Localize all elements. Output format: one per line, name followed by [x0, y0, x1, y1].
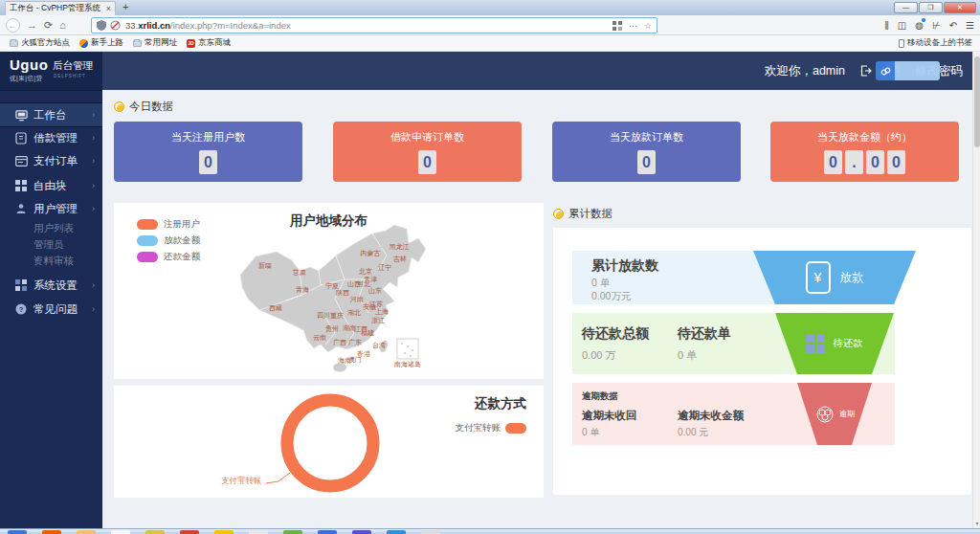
stat-card-disbursed-amount[interactable]: 当天放款金额（约） 0 . 0 0	[770, 122, 959, 182]
new-tab-button[interactable]: +	[122, 1, 128, 12]
province-label[interactable]: 陕西	[336, 288, 349, 298]
library-icon[interactable]: ⫼	[884, 20, 889, 32]
funnel-stage-disbursed[interactable]: ¥ 放款	[753, 251, 916, 304]
account-icon[interactable]: ◍	[915, 20, 924, 31]
province-label[interactable]: 内蒙古	[361, 249, 381, 258]
province-label[interactable]: 安徽	[363, 302, 376, 312]
province-label[interactable]: 福建	[361, 328, 374, 338]
bookmark-item[interactable]: 常用网址	[133, 37, 177, 49]
sidebar-item-payment-orders[interactable]: 支付订单 ›	[0, 148, 102, 173]
sidebar-item-label: 支付订单	[33, 154, 78, 168]
section-cumulative: 累计数据	[553, 207, 612, 221]
undo-closed-tab-icon[interactable]: ↶	[949, 20, 957, 31]
menu-icon[interactable]: ☰	[966, 20, 974, 31]
province-label[interactable]: 贵州	[325, 324, 339, 334]
shield-icon[interactable]	[97, 20, 106, 31]
taskbar-app-icon[interactable]	[42, 530, 61, 534]
tab-close-icon[interactable]: ×	[106, 4, 111, 13]
province-label[interactable]: 辽宁	[378, 263, 391, 273]
extension-tooltip-overlay[interactable]	[876, 61, 940, 80]
sidebar-item-loans[interactable]: 借款管理 ›	[0, 125, 102, 150]
minimize-button[interactable]: —	[894, 2, 918, 13]
province-label[interactable]: 台湾	[372, 341, 386, 350]
reload-button[interactable]: ⟳	[44, 19, 53, 32]
province-label[interactable]: 浙江	[371, 316, 385, 325]
taskbar-app-icon[interactable]	[111, 530, 130, 534]
stat-card-title: 当天注册用户数	[114, 130, 302, 145]
subitem-label: 管理员	[33, 238, 64, 252]
row-value: 0.00 万	[582, 348, 615, 363]
taskbar-app-icon[interactable]	[77, 530, 96, 534]
bookmark-item[interactable]: 火狐官方站点	[10, 37, 70, 49]
province-label[interactable]: 重庆	[330, 311, 344, 321]
province-label[interactable]: 青海	[296, 285, 309, 295]
taskbar-app-icon[interactable]	[145, 530, 165, 534]
taskbar-app-icon[interactable]	[249, 530, 268, 534]
province-label[interactable]: 广东	[348, 338, 362, 347]
flip-counter: 0 . 0 0	[770, 150, 959, 174]
stat-card-registered-users[interactable]: 当天注册用户数 0	[114, 122, 302, 182]
sidebar-item-user-management[interactable]: 用户管理 ›	[0, 196, 102, 221]
yuan-symbol: ¥	[814, 270, 822, 285]
close-button[interactable]: ✕	[944, 2, 976, 13]
home-button[interactable]: ⌂	[59, 19, 66, 31]
sidebar-subitem-profile-review[interactable]: 资料审核	[33, 253, 102, 269]
sidebar-toggle-icon[interactable]: ◫	[898, 20, 906, 31]
stat-card-loan-applications[interactable]: 借款申请订单数 0	[333, 122, 522, 182]
province-label[interactable]: 西藏	[269, 303, 282, 313]
china-map[interactable]	[114, 203, 544, 379]
bookmark-label: 新手上路	[91, 37, 123, 49]
back-button[interactable]: ←	[6, 18, 20, 33]
taskbar-app-icon[interactable]	[214, 530, 234, 534]
province-label[interactable]: 河南	[350, 295, 364, 304]
province-label[interactable]: 黑龙江	[390, 242, 410, 252]
taskbar-app-icon[interactable]	[421, 530, 440, 534]
sidebar-subitem-user-list[interactable]: 用户列表	[33, 220, 102, 236]
page-scrollbar[interactable]: ▾	[972, 52, 980, 528]
label-connector-line	[265, 470, 294, 485]
repayment-legend[interactable]: 支付宝转账	[456, 422, 527, 434]
row-value: 0 单	[582, 426, 599, 439]
province-label[interactable]: 新疆	[258, 261, 272, 271]
screenshot-tool-icon[interactable]: ⊬	[932, 20, 941, 31]
mobile-bookmarks[interactable]: 移动设备上的书签	[899, 37, 972, 49]
section-title: 今日数据	[129, 100, 173, 114]
app-logo[interactable]: Uguo 优|果|信|贷 后台管理 DELPSHIFT	[0, 52, 102, 91]
url-text[interactable]: 33.xrlid.cn/index.php?m=Index&a=index	[125, 20, 612, 31]
blocked-permission-icon[interactable]	[110, 20, 121, 31]
sidebar-subitem-admins[interactable]: 管理员	[33, 236, 102, 253]
sidebar-item-label: 用户管理	[33, 202, 78, 216]
province-label[interactable]: 吉林	[393, 255, 407, 264]
scroll-down-arrow[interactable]: ▾	[973, 520, 980, 526]
bookmark-star-icon[interactable]: ☆	[644, 21, 652, 31]
taskbar-app-icon[interactable]	[8, 530, 27, 534]
taskbar-app-icon[interactable]	[318, 530, 337, 534]
province-label[interactable]: 甘肃	[293, 268, 306, 278]
sidebar-item-system-settings[interactable]: 系统设置 ›	[0, 273, 102, 298]
bookmark-item[interactable]: JD京东商城	[187, 37, 231, 49]
taskbar-app-icon[interactable]	[180, 530, 199, 534]
province-label[interactable]: 山东	[368, 286, 382, 296]
sidebar-item-workbench[interactable]: 工作台 ›	[0, 102, 102, 127]
windows-taskbar[interactable]	[0, 528, 980, 534]
taskbar-app-icon[interactable]	[352, 530, 371, 534]
province-label[interactable]: 南海诸岛	[394, 360, 421, 369]
bookmark-item[interactable]: 新手上路	[79, 37, 123, 49]
page-actions-icon[interactable]: ⋯	[629, 21, 637, 31]
forward-button[interactable]: →	[27, 19, 37, 31]
stat-card-disbursed-orders[interactable]: 当天放款订单数 0	[552, 122, 741, 182]
taskbar-app-icon[interactable]	[387, 530, 406, 534]
province-label[interactable]: 云南	[313, 333, 326, 343]
qr-scan-icon[interactable]	[612, 21, 622, 31]
sidebar-item-free-blocks[interactable]: 自由块 ›	[0, 173, 102, 198]
province-label[interactable]: 四川	[317, 311, 330, 321]
scrollbar-thumb[interactable]	[974, 56, 980, 147]
province-label[interactable]: 湖北	[347, 308, 361, 318]
taskbar-app-icon[interactable]	[283, 530, 302, 534]
province-label[interactable]: 广西	[333, 338, 346, 347]
sidebar-item-faq[interactable]: ? 常见问题 ›	[0, 297, 102, 322]
url-bar[interactable]: 33.xrlid.cn/index.php?m=Index&a=index ⋯ …	[91, 17, 657, 33]
maximize-button[interactable]: ❐	[919, 2, 943, 13]
province-label[interactable]: 海南	[338, 356, 351, 366]
browser-tab[interactable]: 工作台 - CvPHP管理系统 ×	[5, 1, 116, 15]
